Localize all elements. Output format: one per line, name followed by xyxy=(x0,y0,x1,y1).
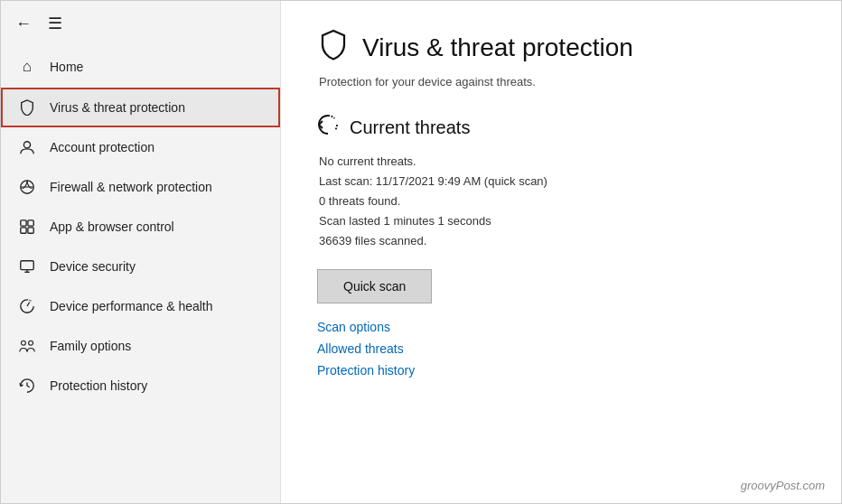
sidebar-item-label: Home xyxy=(50,60,83,75)
device-security-icon xyxy=(17,258,37,275)
svg-rect-7 xyxy=(21,261,33,270)
sidebar-item-account[interactable]: Account protection xyxy=(1,127,280,167)
sidebar-item-label: Account protection xyxy=(50,140,154,155)
sidebar-item-label: Firewall & network protection xyxy=(50,180,212,195)
firewall-icon xyxy=(17,179,37,195)
scan-options-link[interactable]: Scan options xyxy=(317,320,805,334)
back-icon[interactable]: ← xyxy=(15,14,32,33)
threat-line-5: 36639 files scanned. xyxy=(319,231,805,251)
home-icon: ⌂ xyxy=(17,58,37,76)
page-title: Virus & threat protection xyxy=(362,33,633,62)
sidebar-item-label: Device security xyxy=(50,259,136,275)
family-icon xyxy=(17,338,37,354)
section-title: Current threats xyxy=(350,117,470,138)
shield-icon xyxy=(17,99,37,116)
sidebar-item-device-security[interactable]: Device security xyxy=(1,247,280,286)
main-wrapper: Virus & threat protection Protection for… xyxy=(281,1,841,503)
quick-scan-button[interactable]: Quick scan xyxy=(317,269,432,303)
svg-point-0 xyxy=(23,142,30,148)
sidebar-nav: ⌂ Home Virus & threat protection xyxy=(1,46,280,406)
allowed-threats-link[interactable]: Allowed threats xyxy=(317,341,805,356)
hamburger-icon[interactable]: ☰ xyxy=(48,14,62,33)
threat-line-3: 0 threats found. xyxy=(319,191,805,211)
svg-rect-5 xyxy=(21,228,26,233)
watermark: groovyPost.com xyxy=(741,479,825,492)
page-header-shield-icon xyxy=(317,28,350,68)
sidebar: ← ☰ ⌂ Home Virus & threat protection xyxy=(1,1,281,503)
sidebar-top: ← ☰ xyxy=(1,1,280,42)
protection-history-link[interactable]: Protection history xyxy=(317,363,805,378)
svg-rect-4 xyxy=(28,220,33,226)
threat-line-4: Scan lasted 1 minutes 1 seconds xyxy=(319,211,805,231)
threats-info: No current threats. Last scan: 11/17/202… xyxy=(319,152,805,251)
sidebar-item-device-performance[interactable]: Device performance & health xyxy=(1,286,280,326)
sidebar-item-firewall[interactable]: Firewall & network protection xyxy=(1,167,280,207)
sidebar-item-label: Virus & threat protection xyxy=(50,100,185,116)
main-content: Virus & threat protection Protection for… xyxy=(281,1,841,503)
svg-point-10 xyxy=(21,341,25,345)
page-header: Virus & threat protection xyxy=(317,28,805,68)
sidebar-item-virus-threat[interactable]: Virus & threat protection xyxy=(1,88,280,127)
sidebar-item-app-browser[interactable]: App & browser control xyxy=(1,207,280,247)
app-browser-icon xyxy=(17,219,37,235)
sidebar-item-label: Device performance & health xyxy=(50,299,213,314)
threat-line-1: No current threats. xyxy=(319,152,805,172)
sidebar-item-home[interactable]: ⌂ Home xyxy=(1,46,280,88)
current-threats-icon xyxy=(317,114,339,141)
sidebar-item-label: Protection history xyxy=(50,378,147,394)
sidebar-item-protection-history[interactable]: Protection history xyxy=(1,366,280,406)
sidebar-item-label: Family options xyxy=(50,339,131,354)
threat-line-2: Last scan: 11/17/2021 9:49 AM (quick sca… xyxy=(319,172,805,191)
svg-point-11 xyxy=(29,341,33,345)
section-header: Current threats xyxy=(317,114,805,141)
sidebar-item-label: App & browser control xyxy=(50,219,174,235)
device-performance-icon xyxy=(17,298,37,314)
sidebar-item-family[interactable]: Family options xyxy=(1,326,280,366)
page-subtitle: Protection for your device against threa… xyxy=(319,75,805,89)
protection-history-icon xyxy=(17,378,37,394)
account-icon xyxy=(17,139,37,155)
svg-rect-3 xyxy=(21,220,26,226)
svg-rect-6 xyxy=(28,228,33,233)
